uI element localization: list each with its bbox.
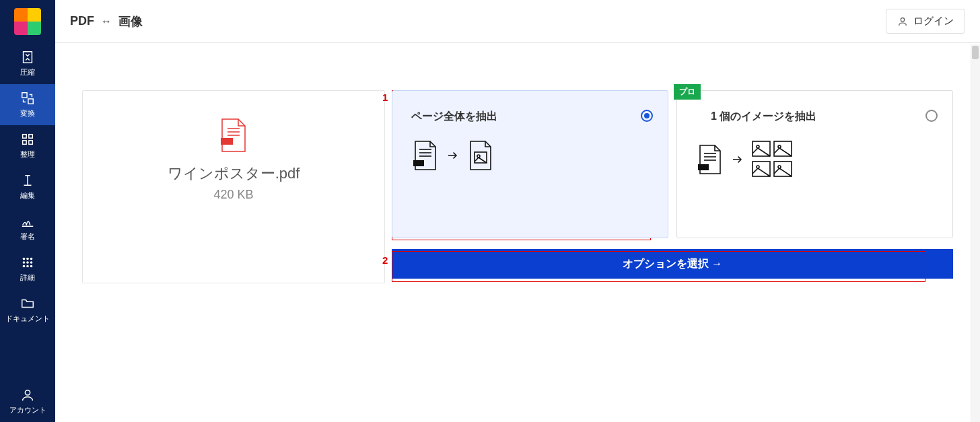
sidebar-item-convert[interactable]: 変換 xyxy=(0,84,55,125)
nav-label: 編集 xyxy=(20,190,35,201)
svg-text:PDF: PDF xyxy=(415,162,423,166)
left-sidebar: 圧縮 変換 整理 編集 署名 詳細 ドキュメント アカウント xyxy=(0,0,55,422)
images-grid-icon xyxy=(751,140,794,179)
main-area: PDF ↔ 画像 ログイン PDF ワインポスター.pdf 420 KB 1 2 xyxy=(55,0,980,422)
nav-label: 整理 xyxy=(20,149,35,160)
svg-point-11 xyxy=(26,261,29,264)
option-illustration: PDF xyxy=(696,140,934,179)
sidebar-item-documents[interactable]: ドキュメント xyxy=(0,289,55,330)
login-label: ログイン xyxy=(913,15,954,28)
nav-label: 署名 xyxy=(20,232,35,242)
nav-label: 変換 xyxy=(20,108,35,118)
pro-badge: プロ xyxy=(674,84,701,100)
svg-rect-5 xyxy=(23,141,27,145)
user-icon xyxy=(897,16,908,27)
organize-icon xyxy=(20,132,35,147)
option-extract-images[interactable]: プロ 1 個のイメージを抽出 PDF xyxy=(676,90,953,238)
svg-point-10 xyxy=(23,261,26,264)
title-right: 画像 xyxy=(118,13,143,30)
svg-rect-6 xyxy=(29,141,33,145)
nav-label: 詳細 xyxy=(20,273,35,283)
svg-rect-0 xyxy=(24,52,32,63)
file-name: ワインポスター.pdf xyxy=(168,164,300,184)
edit-icon xyxy=(20,173,35,188)
sidebar-item-organize[interactable]: 整理 xyxy=(0,125,55,166)
svg-rect-4 xyxy=(29,135,33,139)
more-icon xyxy=(20,255,35,270)
arrow-right-icon xyxy=(731,153,743,166)
nav-label: ドキュメント xyxy=(5,314,50,324)
file-size: 420 KB xyxy=(213,188,253,202)
options-panel: 1 2 ページ全体を抽出 PDF xyxy=(392,90,953,283)
radio-unselected-icon[interactable] xyxy=(925,110,938,122)
action-label: オプションを選択 → xyxy=(623,257,722,271)
sidebar-item-edit[interactable]: 編集 xyxy=(0,166,55,207)
svg-point-9 xyxy=(30,258,33,260)
page-title: PDF ↔ 画像 xyxy=(70,13,143,30)
annotation-2: 2 xyxy=(382,254,388,266)
option-extract-pages[interactable]: ページ全体を抽出 PDF xyxy=(392,90,668,238)
select-options-button[interactable]: オプションを選択 → xyxy=(392,249,953,279)
sidebar-item-sign[interactable]: 署名 xyxy=(0,207,55,248)
header-bar: PDF ↔ 画像 ログイン xyxy=(55,0,980,43)
arrow-right-icon xyxy=(446,149,458,162)
pdf-file-icon: PDF xyxy=(219,118,248,153)
sidebar-item-compress[interactable]: 圧縮 xyxy=(0,43,55,84)
svg-point-15 xyxy=(30,265,33,268)
option-illustration: PDF xyxy=(411,140,649,171)
svg-rect-1 xyxy=(22,93,27,98)
radio-selected-icon[interactable] xyxy=(641,110,653,122)
title-left: PDF xyxy=(70,14,94,28)
sidebar-item-account[interactable]: アカウント xyxy=(0,381,55,422)
image-doc-icon xyxy=(466,140,493,171)
svg-point-16 xyxy=(25,390,30,395)
sidebar-item-more[interactable]: 詳細 xyxy=(0,248,55,289)
pdf-doc-icon: PDF xyxy=(696,144,723,175)
svg-point-12 xyxy=(30,261,33,264)
svg-point-8 xyxy=(26,258,29,260)
nav-label: 圧縮 xyxy=(20,67,35,77)
svg-rect-3 xyxy=(23,135,27,139)
swap-icon: ↔ xyxy=(101,15,112,28)
file-card: PDF ワインポスター.pdf 420 KB xyxy=(82,90,385,283)
svg-point-13 xyxy=(23,265,26,268)
compress-icon xyxy=(20,50,35,65)
work-row: PDF ワインポスター.pdf 420 KB 1 2 ページ全体を抽出 xyxy=(55,43,980,310)
login-button[interactable]: ログイン xyxy=(886,9,965,34)
app-root: 圧縮 変換 整理 編集 署名 詳細 ドキュメント アカウント xyxy=(0,0,980,422)
option-title: ページ全体を抽出 xyxy=(411,110,649,124)
convert-icon xyxy=(20,91,35,106)
annotation-1: 1 xyxy=(382,92,388,103)
nav-label: アカウント xyxy=(9,405,46,415)
svg-text:PDF: PDF xyxy=(222,139,232,144)
pdf-doc-icon: PDF xyxy=(411,140,438,171)
svg-point-14 xyxy=(26,265,29,268)
user-icon xyxy=(20,388,35,402)
content-area: PDF ワインポスター.pdf 420 KB 1 2 ページ全体を抽出 xyxy=(55,43,980,422)
option-cards-row: ページ全体を抽出 PDF プロ 1 個のイメージを抽出 xyxy=(392,90,953,238)
option-title: 1 個のイメージを抽出 xyxy=(696,110,934,124)
scrollbar[interactable] xyxy=(971,44,980,422)
folder-icon xyxy=(20,296,35,311)
scrollbar-thumb[interactable] xyxy=(972,46,979,59)
svg-point-17 xyxy=(901,17,904,21)
svg-text:PDF: PDF xyxy=(699,166,707,170)
logo-icon[interactable] xyxy=(14,8,41,35)
sign-icon xyxy=(20,214,35,229)
svg-point-7 xyxy=(23,258,26,260)
svg-rect-2 xyxy=(28,99,33,104)
